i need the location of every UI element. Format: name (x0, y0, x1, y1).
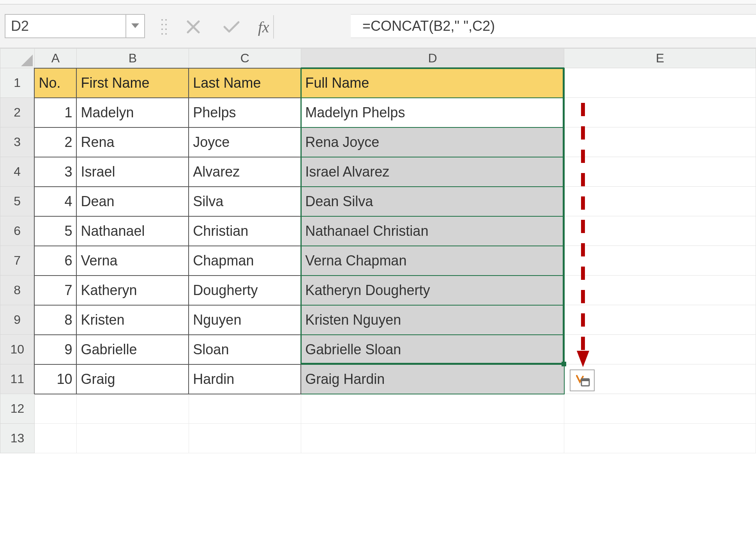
cell-B1[interactable]: First Name (76, 68, 189, 98)
cell-B2[interactable]: Madelyn (76, 98, 189, 127)
cell-E3[interactable] (564, 127, 756, 157)
cancel-button[interactable] (182, 15, 205, 39)
row-head-7[interactable]: 7 (0, 246, 35, 276)
cell-B12[interactable] (76, 394, 189, 424)
cell-B9[interactable]: Kristen (76, 305, 189, 335)
cell-B6[interactable]: Nathanael (76, 216, 189, 246)
row-head-8[interactable]: 8 (0, 276, 35, 305)
row-head-11[interactable]: 11 (0, 364, 35, 394)
col-head-E[interactable]: E (564, 49, 756, 68)
cell-E6[interactable] (564, 216, 756, 246)
row-head-6[interactable]: 6 (0, 216, 35, 246)
cell-D8[interactable]: Katheryn Dougherty (301, 276, 564, 305)
formula-input[interactable]: =CONCAT(B2," ",C2) (351, 14, 756, 38)
row-head-2[interactable]: 2 (0, 98, 35, 127)
name-box[interactable]: D2 (5, 14, 126, 38)
cell-A1[interactable]: No. (34, 68, 76, 98)
row-head-13[interactable]: 13 (0, 424, 35, 453)
cell-B10[interactable]: Gabrielle (76, 335, 189, 364)
cell-A10[interactable]: 9 (34, 335, 76, 364)
cell-D6[interactable]: Nathanael Christian (301, 216, 564, 246)
cell-B7[interactable]: Verna (76, 246, 189, 276)
cell-A7[interactable]: 6 (34, 246, 76, 276)
cell-E1[interactable] (564, 68, 756, 98)
cell-D3[interactable]: Rena Joyce (301, 127, 564, 157)
cell-D7[interactable]: Verna Chapman (301, 246, 564, 276)
cell-A8[interactable]: 7 (34, 276, 76, 305)
insert-function-button[interactable]: fx (258, 15, 274, 39)
cell-D10[interactable]: Gabrielle Sloan (301, 335, 564, 364)
cell-A4[interactable]: 3 (34, 157, 76, 187)
cell-C6[interactable]: Christian (189, 216, 301, 246)
cell-C8[interactable]: Dougherty (189, 276, 301, 305)
cell-D12[interactable] (301, 394, 564, 424)
row-head-4[interactable]: 4 (0, 157, 35, 187)
col-head-A[interactable]: A (34, 49, 76, 68)
row-head-10[interactable]: 10 (0, 335, 35, 364)
cell-E10[interactable] (564, 335, 756, 364)
fill-handle[interactable] (562, 362, 566, 366)
cell-B4[interactable]: Israel (76, 157, 189, 187)
formula-bar: D2 fx =CONCAT(B2," ",C2) (0, 5, 756, 48)
cell-A3[interactable]: 2 (34, 127, 76, 157)
cell-C4[interactable]: Alvarez (189, 157, 301, 187)
cell-D5[interactable]: Dean Silva (301, 187, 564, 216)
cell-C5[interactable]: Silva (189, 187, 301, 216)
cell-C13[interactable] (189, 424, 301, 453)
cell-A11[interactable]: 10 (34, 364, 76, 394)
cell-A13[interactable] (34, 424, 76, 453)
col-head-D[interactable]: D (301, 49, 564, 68)
row-head-12[interactable]: 12 (0, 394, 35, 424)
cell-C10[interactable]: Sloan (189, 335, 301, 364)
cell-D1[interactable]: Full Name (301, 68, 564, 98)
cell-E9[interactable] (564, 305, 756, 335)
cell-E5[interactable] (564, 187, 756, 216)
svg-rect-4 (581, 379, 589, 381)
cell-C7[interactable]: Chapman (189, 246, 301, 276)
cell-C11[interactable]: Hardin (189, 364, 301, 394)
drag-handle-icon[interactable] (161, 16, 167, 38)
cell-A6[interactable]: 5 (34, 216, 76, 246)
cell-A12[interactable] (34, 394, 76, 424)
cell-C2[interactable]: Phelps (189, 98, 301, 127)
fx-icon: fx (258, 18, 269, 36)
cell-D4[interactable]: Israel Alvarez (301, 157, 564, 187)
row-head-1[interactable]: 1 (0, 68, 35, 98)
cell-E4[interactable] (564, 157, 756, 187)
cell-B3[interactable]: Rena (76, 127, 189, 157)
cell-D13[interactable] (301, 424, 564, 453)
cell-D2[interactable]: Madelyn Phelps (301, 98, 564, 127)
formula-bar-controls: fx (161, 10, 348, 44)
col-head-C[interactable]: C (189, 49, 301, 68)
cell-B8[interactable]: Katheryn (76, 276, 189, 305)
cell-E13[interactable] (564, 424, 756, 453)
cancel-icon (186, 20, 200, 34)
cell-B5[interactable]: Dean (76, 187, 189, 216)
cell-C9[interactable]: Nguyen (189, 305, 301, 335)
svg-marker-0 (131, 23, 139, 28)
cell-A5[interactable]: 4 (34, 187, 76, 216)
cell-D11[interactable]: Graig Hardin (301, 364, 564, 394)
cell-B11[interactable]: Graig (76, 364, 189, 394)
cell-A2[interactable]: 1 (34, 98, 76, 127)
autofill-options-button[interactable] (570, 369, 595, 391)
cell-C3[interactable]: Joyce (189, 127, 301, 157)
row-head-5[interactable]: 5 (0, 187, 35, 216)
col-head-B[interactable]: B (76, 49, 189, 68)
cell-B13[interactable] (76, 424, 189, 453)
spreadsheet-grid[interactable]: A B C D E 1 No. First Name Last Name Ful… (0, 48, 756, 539)
cell-C1[interactable]: Last Name (189, 68, 301, 98)
enter-button[interactable] (220, 15, 243, 39)
row-head-3[interactable]: 3 (0, 127, 35, 157)
row-head-9[interactable]: 9 (0, 305, 35, 335)
cell-D9[interactable]: Kristen Nguyen (301, 305, 564, 335)
name-box-dropdown[interactable] (126, 14, 145, 38)
cell-E7[interactable] (564, 246, 756, 276)
cell-C12[interactable] (189, 394, 301, 424)
cell-E2[interactable] (564, 98, 756, 127)
autofill-options-icon (574, 373, 590, 387)
cell-A9[interactable]: 8 (34, 305, 76, 335)
select-all-corner[interactable] (0, 49, 35, 68)
cell-E8[interactable] (564, 276, 756, 305)
cell-E12[interactable] (564, 394, 756, 424)
